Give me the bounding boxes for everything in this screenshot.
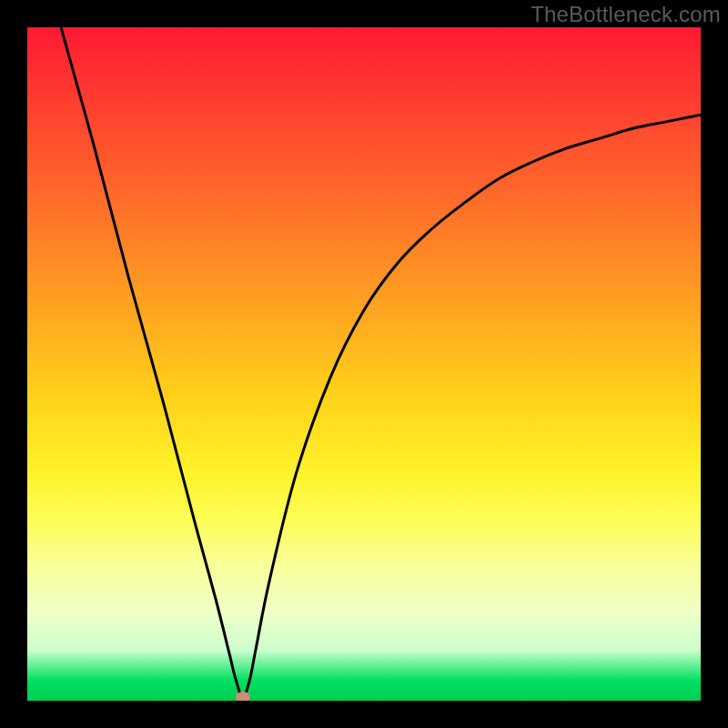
optimal-point-marker xyxy=(236,692,250,701)
watermark-text: TheBottleneck.com xyxy=(531,2,721,27)
plot-area xyxy=(27,27,701,701)
bottleneck-curve xyxy=(27,27,701,701)
chart-frame: TheBottleneck.com xyxy=(0,0,728,728)
